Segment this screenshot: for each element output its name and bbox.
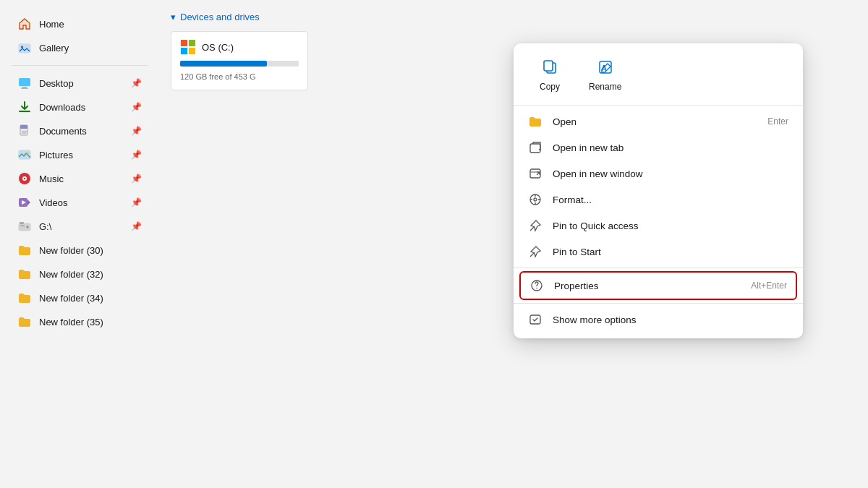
- context-menu-separator-2: [514, 303, 803, 304]
- sidebar-item-videos[interactable]: Videos 📌: [6, 191, 153, 214]
- sidebar-item-label: New folder (30): [39, 245, 103, 256]
- show-more-label: Show more options: [553, 314, 637, 325]
- sidebar-item-label: Videos: [39, 197, 68, 208]
- pin-icon: 📌: [131, 102, 142, 112]
- sidebar-item-folder-35[interactable]: New folder (35): [6, 310, 153, 333]
- sidebar-item-label: Desktop: [39, 78, 74, 89]
- context-menu: Copy A Rename Open Ent: [514, 43, 803, 338]
- downloads-icon: [17, 100, 32, 114]
- devices-drives-header[interactable]: ▾ Devices and drives: [171, 12, 856, 22]
- pin-icon: 📌: [131, 150, 142, 160]
- drive-card-header: OS (C:): [180, 39, 299, 55]
- sidebar-item-desktop[interactable]: Desktop 📌: [6, 72, 153, 95]
- svg-marker-15: [27, 200, 30, 205]
- context-menu-rename-button[interactable]: A Rename: [574, 55, 636, 96]
- context-menu-open-new-tab[interactable]: Open in new tab: [514, 134, 803, 160]
- drive-bar-fill: [180, 61, 267, 67]
- open-new-window-label: Open in new window: [553, 168, 643, 179]
- context-menu-properties[interactable]: Properties Alt+Enter: [519, 271, 797, 300]
- svg-rect-22: [189, 40, 195, 46]
- sidebar-item-downloads[interactable]: Downloads 📌: [6, 95, 153, 119]
- open-icon: [528, 114, 542, 129]
- svg-point-18: [27, 226, 29, 228]
- sidebar-item-g-drive[interactable]: G:\ 📌: [6, 215, 153, 238]
- context-menu-open[interactable]: Open Enter: [514, 108, 803, 134]
- open-new-tab-icon: [528, 140, 542, 155]
- sidebar-item-label: New folder (32): [39, 269, 103, 280]
- svg-rect-0: [19, 44, 30, 53]
- section-title: Devices and drives: [180, 12, 260, 22]
- pin-icon: 📌: [131, 174, 142, 184]
- svg-point-32: [534, 198, 537, 201]
- os-drive-card[interactable]: OS (C:) 120 GB free of 453 G: [171, 31, 308, 90]
- pin-start-label: Pin to Start: [553, 247, 601, 257]
- sidebar-item-folder-34[interactable]: New folder (34): [6, 286, 153, 309]
- svg-point-10: [27, 153, 29, 155]
- svg-point-1: [21, 46, 23, 48]
- context-menu-pin-start[interactable]: Pin to Start: [514, 239, 803, 265]
- g-drive-icon: [17, 219, 32, 234]
- svg-rect-29: [530, 144, 540, 153]
- pin-icon: 📌: [131, 197, 142, 207]
- open-new-tab-label: Open in new tab: [553, 142, 624, 153]
- svg-rect-26: [544, 61, 553, 71]
- pin-quick-access-icon: [528, 218, 542, 233]
- open-label: Open: [553, 116, 576, 127]
- sidebar-divider: [12, 65, 148, 66]
- context-menu-copy-button[interactable]: Copy: [525, 55, 574, 96]
- drive-free-text: 120 GB free of 453 G: [180, 72, 256, 81]
- sidebar-item-pictures[interactable]: Pictures 📌: [6, 143, 153, 166]
- svg-rect-30: [530, 169, 540, 178]
- sidebar-item-gallery[interactable]: Gallery: [6, 36, 153, 59]
- rename-label: Rename: [589, 82, 621, 92]
- context-menu-show-more[interactable]: Show more options: [514, 307, 803, 333]
- folder-icon: [17, 314, 32, 329]
- pictures-icon: [17, 147, 32, 162]
- pin-icon: 📌: [131, 78, 142, 88]
- copy-label: Copy: [540, 82, 560, 92]
- open-new-window-icon: [528, 166, 542, 181]
- context-menu-open-new-window[interactable]: Open in new window: [514, 160, 803, 187]
- svg-rect-17: [19, 223, 30, 231]
- sidebar-item-home[interactable]: Home: [6, 12, 153, 35]
- chevron-down-icon: ▾: [171, 12, 176, 22]
- svg-rect-4: [21, 88, 28, 89]
- sidebar: Home Gallery Desktop 📌: [0, 0, 159, 488]
- open-shortcut: Enter: [767, 116, 788, 127]
- svg-rect-2: [19, 78, 30, 86]
- sidebar-item-label: Gallery: [39, 43, 69, 53]
- svg-line-33: [530, 227, 534, 231]
- sidebar-item-label: G:\: [39, 221, 51, 232]
- context-menu-pin-quick[interactable]: Pin to Quick access: [514, 213, 803, 239]
- show-more-icon: [528, 312, 542, 327]
- gallery-icon: [17, 40, 32, 55]
- properties-label: Properties: [554, 281, 599, 291]
- svg-line-34: [530, 253, 534, 257]
- sidebar-item-label: Home: [39, 19, 64, 30]
- desktop-icon: [17, 76, 32, 90]
- sidebar-item-label: Documents: [39, 126, 87, 137]
- svg-point-36: [536, 288, 537, 289]
- sidebar-item-folder-32[interactable]: New folder (32): [6, 262, 153, 286]
- pin-start-icon: [528, 244, 542, 259]
- videos-icon: [17, 195, 32, 210]
- context-menu-separator: [514, 267, 803, 268]
- folder-icon: [17, 267, 32, 281]
- properties-shortcut: Alt+Enter: [751, 281, 787, 291]
- context-menu-format[interactable]: Format...: [514, 187, 803, 213]
- svg-rect-20: [20, 222, 24, 224]
- sidebar-item-folder-30[interactable]: New folder (30): [6, 239, 153, 262]
- context-menu-top-actions: Copy A Rename: [514, 49, 803, 106]
- sidebar-item-documents[interactable]: Documents 📌: [6, 119, 153, 142]
- sidebar-item-music[interactable]: Music 📌: [6, 167, 153, 190]
- format-icon: [528, 192, 542, 207]
- svg-rect-19: [20, 226, 25, 226]
- svg-rect-37: [530, 315, 540, 324]
- drive-bar-container: [180, 61, 299, 67]
- pin-icon: 📌: [131, 221, 142, 231]
- sidebar-item-label: Music: [39, 174, 64, 184]
- documents-icon: [17, 124, 32, 138]
- svg-point-13: [24, 178, 25, 179]
- sidebar-item-label: Downloads: [39, 102, 85, 113]
- main-content: ▾ Devices and drives OS (C:) 120 GB free…: [159, 0, 868, 488]
